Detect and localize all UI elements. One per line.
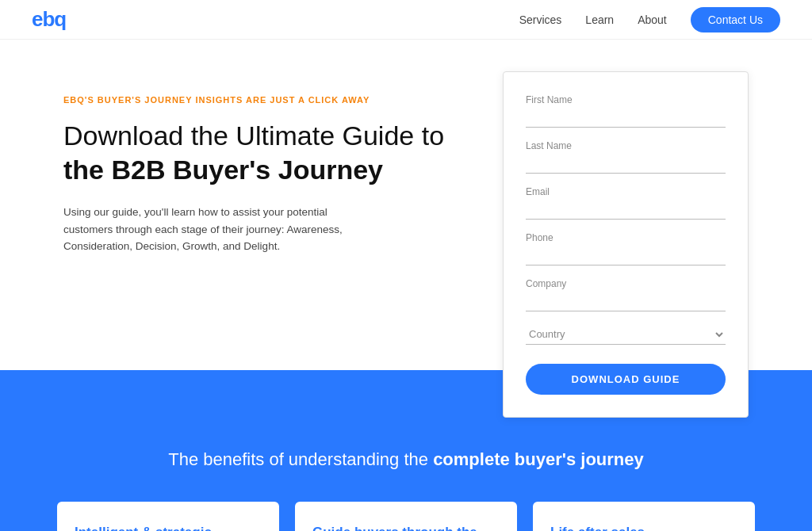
country-select[interactable]: Country United States Canada United King… bbox=[526, 324, 726, 345]
card-life: Life after sales The buyer's journey doe… bbox=[533, 502, 755, 531]
hero-title-bold: the B2B Buyer's Journey bbox=[63, 155, 383, 185]
benefits-title: The benefits of understanding the comple… bbox=[48, 449, 764, 470]
nav-links: Services Learn About Contact Us bbox=[519, 7, 780, 32]
download-guide-button[interactable]: DOWNLOAD GUIDE bbox=[526, 364, 726, 395]
contact-us-button[interactable]: Contact Us bbox=[691, 7, 780, 32]
hero-tag: EBQ'S BUYER'S JOURNEY INSIGHTS ARE JUST … bbox=[63, 95, 471, 105]
company-label: Company bbox=[526, 278, 726, 289]
first-name-field: First Name bbox=[526, 94, 726, 128]
company-field: Company bbox=[526, 278, 726, 311]
card-nurturing: Intelligent & strategic nurturing Using … bbox=[57, 502, 279, 531]
last-name-label: Last Name bbox=[526, 140, 726, 151]
country-field: Country United States Canada United King… bbox=[526, 324, 726, 345]
nav-learn[interactable]: Learn bbox=[585, 13, 614, 26]
email-input[interactable] bbox=[526, 201, 726, 220]
company-input[interactable] bbox=[526, 292, 726, 311]
card-life-title: Life after sales bbox=[550, 524, 737, 531]
nav-about[interactable]: About bbox=[638, 13, 667, 26]
hero-left: EBQ'S BUYER'S JOURNEY INSIGHTS ARE JUST … bbox=[63, 79, 503, 255]
first-name-label: First Name bbox=[526, 94, 726, 105]
nav-services[interactable]: Services bbox=[519, 13, 562, 26]
benefits-title-bold: complete buyer's journey bbox=[433, 449, 644, 469]
last-name-input[interactable] bbox=[526, 155, 726, 174]
benefits-cards: Intelligent & strategic nurturing Using … bbox=[48, 502, 764, 531]
benefits-title-plain: The benefits of understanding the bbox=[168, 449, 433, 469]
logo: ebq bbox=[32, 7, 66, 32]
phone-input[interactable] bbox=[526, 246, 726, 266]
last-name-field: Last Name bbox=[526, 140, 726, 174]
hero-title: Download the Ultimate Guide to the B2B B… bbox=[63, 119, 471, 186]
form-card: First Name Last Name Email Phone Company… bbox=[503, 71, 749, 418]
hero-section: EBQ'S BUYER'S JOURNEY INSIGHTS ARE JUST … bbox=[0, 40, 812, 370]
hero-description: Using our guide, you'll learn how to ass… bbox=[63, 204, 365, 255]
card-nurturing-title: Intelligent & strategic nurturing bbox=[75, 524, 262, 531]
email-field: Email bbox=[526, 186, 726, 220]
phone-label: Phone bbox=[526, 232, 726, 243]
card-guide-title: Guide buyers through the journey bbox=[312, 524, 500, 531]
first-name-input[interactable] bbox=[526, 109, 726, 128]
card-guide: Guide buyers through the journey SDRs an… bbox=[295, 502, 517, 531]
navbar: ebq Services Learn About Contact Us bbox=[0, 0, 812, 40]
email-label: Email bbox=[526, 186, 726, 197]
phone-field: Phone bbox=[526, 232, 726, 266]
hero-title-plain: Download the Ultimate Guide to bbox=[63, 120, 444, 151]
